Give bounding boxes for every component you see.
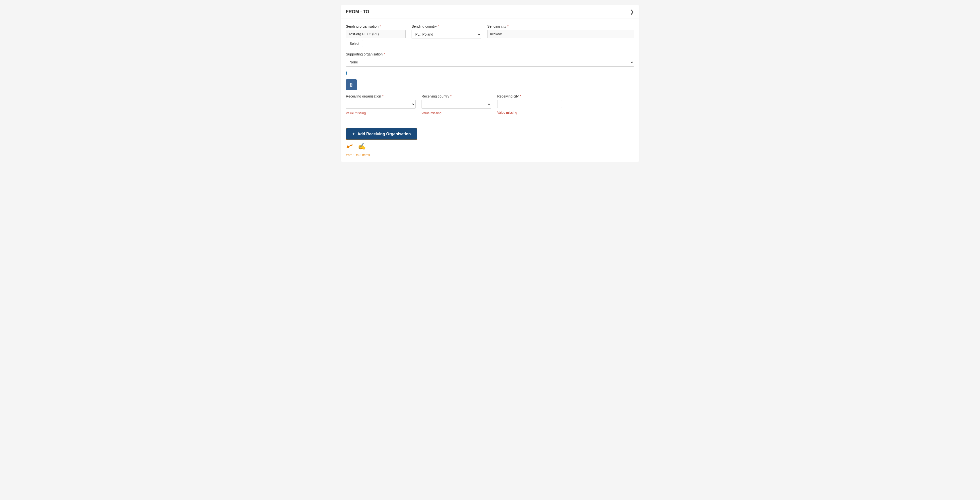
add-receiving-label: Add Receiving Organisation — [358, 132, 411, 137]
bottom-area: + Add Receiving Organisation ➚ ✍ from 1 … — [341, 128, 639, 162]
supporting-org-select[interactable]: None — [346, 58, 634, 67]
required-star-supporting: * — [384, 52, 385, 56]
receiving-city-group: Receiving city * Value missing — [497, 94, 562, 114]
delete-button[interactable]: 🗑 — [346, 79, 357, 90]
select-button[interactable]: Select — [346, 40, 363, 47]
sending-city-group: Sending city * — [487, 24, 634, 38]
chevron-icon: ❯ — [630, 9, 634, 15]
receiving-row: Receiving organisation * Value missing R… — [346, 94, 634, 115]
supporting-org-group: Supporting organisation * None — [346, 52, 634, 67]
receiving-org-error: Value missing — [346, 111, 415, 115]
receiving-org-select[interactable] — [346, 100, 415, 109]
info-icon: i — [346, 71, 634, 76]
required-star-rec-org: * — [382, 94, 383, 98]
sending-org-group: Sending organisation * Select — [346, 24, 406, 47]
items-note: from 1 to 3 items — [346, 153, 634, 157]
receiving-country-label: Receiving country * — [422, 94, 491, 98]
receiving-city-error: Value missing — [497, 111, 562, 114]
sending-city-label: Sending city * — [487, 24, 634, 29]
supporting-org-row: Supporting organisation * None — [346, 52, 634, 67]
add-receiving-org-button[interactable]: + Add Receiving Organisation — [346, 128, 417, 140]
required-star-rec-city: * — [520, 94, 521, 98]
sending-country-label: Sending country * — [412, 24, 481, 29]
receiving-org-label: Receiving organisation * — [346, 94, 415, 98]
required-star-city: * — [507, 24, 508, 29]
required-star: * — [380, 24, 381, 29]
sending-city-input[interactable] — [487, 30, 634, 38]
section-header[interactable]: FROM - TO ❯ — [341, 5, 639, 18]
required-star-country: * — [438, 24, 439, 29]
trash-icon: 🗑 — [349, 83, 353, 87]
receiving-org-group: Receiving organisation * Value missing — [346, 94, 415, 115]
sending-row: Sending organisation * Select Sending co… — [346, 24, 634, 47]
from-to-section: FROM - TO ❯ Sending organisation * Selec… — [340, 5, 640, 162]
sending-org-input[interactable] — [346, 30, 406, 38]
supporting-org-label: Supporting organisation * — [346, 52, 634, 56]
sending-country-select[interactable]: PL : Poland — [412, 30, 481, 39]
receiving-country-select[interactable] — [422, 100, 491, 109]
section-title: FROM - TO — [346, 9, 369, 14]
section-body: Sending organisation * Select Sending co… — [341, 18, 639, 124]
plus-icon: + — [352, 131, 355, 137]
required-star-rec-country: * — [450, 94, 452, 98]
receiving-country-group: Receiving country * Value missing — [422, 94, 491, 115]
arrow-hint: ➚ ✍ — [346, 141, 634, 151]
arrow-icon: ➚ — [344, 140, 355, 152]
cursor-icon: ✍ — [358, 143, 366, 150]
sending-country-group: Sending country * PL : Poland — [412, 24, 481, 39]
receiving-city-label: Receiving city * — [497, 94, 562, 98]
receiving-city-input[interactable] — [497, 100, 562, 108]
receiving-country-error: Value missing — [422, 111, 491, 115]
sending-org-label: Sending organisation * — [346, 24, 406, 29]
